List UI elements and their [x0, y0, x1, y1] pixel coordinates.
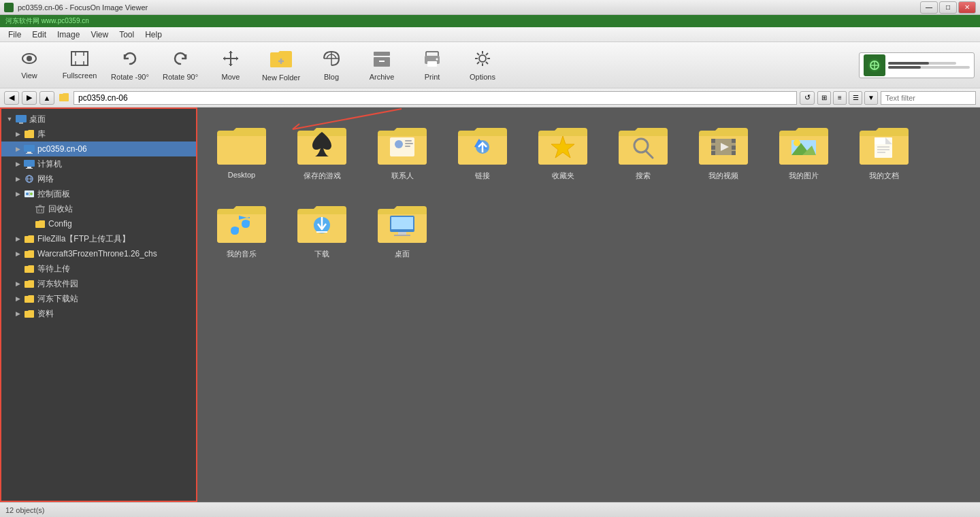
text-filter-input[interactable]	[881, 91, 976, 105]
pc-icon	[23, 143, 35, 155]
sidebar-item-library[interactable]: ▶ 库	[1, 127, 196, 141]
toolbar-rotate-left-button[interactable]: Rotate -90°	[106, 46, 154, 85]
expand-icon-network: ▶	[12, 176, 23, 182]
svg-rect-60	[711, 139, 715, 143]
toolbar-options-button[interactable]: Options	[459, 46, 506, 85]
sidebar-item-network[interactable]: ▶ 网络	[1, 171, 196, 186]
folder-item-desktop2[interactable]: 桌面	[365, 193, 440, 265]
svg-rect-61	[711, 146, 715, 150]
folder-nav-icon	[59, 93, 69, 103]
toolbar-archive-label: Archive	[370, 73, 395, 81]
view-filter-button[interactable]: ▼	[864, 91, 878, 105]
svg-rect-44	[37, 207, 44, 213]
svg-rect-65	[732, 151, 736, 155]
sidebar-item-waiting[interactable]: ▶ 等待上传	[1, 261, 196, 276]
expand-icon-controlpanel: ▶	[12, 190, 23, 197]
sidebar-item-hedong-download[interactable]: ▶ 河东下载站	[1, 291, 196, 306]
nav-forward-button[interactable]: ▶	[22, 91, 37, 105]
folder-item-documents[interactable]: 我的文档	[847, 114, 921, 187]
svg-rect-53	[405, 146, 410, 147]
menu-help[interactable]: Help	[140, 29, 167, 41]
maximize-button[interactable]: □	[939, 1, 957, 14]
menu-tool[interactable]: Tool	[114, 29, 140, 41]
expand-icon-pc0359: ▶	[12, 146, 23, 152]
nav-back-button[interactable]: ◀	[4, 91, 19, 105]
zoom-widget	[859, 52, 975, 78]
menu-bar: File Edit Image View Tool Help	[0, 27, 980, 42]
sidebar-label-controlpanel: 控制面板	[37, 188, 70, 200]
folder-icon-desktop	[214, 120, 269, 168]
network-icon	[23, 173, 35, 185]
folder-item-links[interactable]: 链接	[445, 114, 520, 187]
toolbar-move-label: Move	[222, 73, 240, 81]
toolbar-move-button[interactable]: Move	[207, 46, 255, 85]
folder-label-links: 链接	[475, 171, 490, 181]
view-list-button[interactable]: ≡	[833, 91, 847, 105]
menu-file[interactable]: File	[3, 29, 27, 41]
folder-item-contacts[interactable]: 联系人	[365, 114, 440, 187]
toolbar-view-button[interactable]: View	[5, 46, 53, 85]
sidebar-item-hedong-software[interactable]: ▶ 河东软件园	[1, 276, 196, 291]
zoom-slider2[interactable]	[888, 66, 970, 69]
sidebar-item-desktop[interactable]: ▼ 桌面	[1, 112, 196, 127]
close-button[interactable]: ✕	[958, 1, 976, 14]
sidebar-item-filezilla[interactable]: ▶ FileZilla【FTP上传工具】	[1, 231, 196, 246]
folder-item-search[interactable]: 搜索	[606, 114, 681, 187]
folder-item-favorites[interactable]: 收藏夹	[525, 114, 600, 187]
expand-icon-warcraft: ▶	[12, 250, 23, 257]
sidebar-item-pc0359[interactable]: ▶ pc0359.cn-06	[1, 141, 196, 156]
view-icon	[19, 50, 39, 70]
sidebar-item-warcraft[interactable]: ▶ Warcraft3FrozenThrone1.26_chs	[1, 246, 196, 261]
toolbar-archive-button[interactable]: Archive	[358, 46, 406, 85]
toolbar-fullscreen-button[interactable]: Fullscreen	[56, 46, 103, 85]
address-input[interactable]	[74, 91, 797, 105]
file-browser: Desktop 保存的游戏	[197, 107, 980, 502]
sidebar-label-hedong-software: 河东软件园	[37, 278, 78, 290]
folder-item-saved-games[interactable]: 保存的游戏	[284, 114, 359, 187]
svg-rect-80	[391, 217, 413, 229]
menu-view[interactable]: View	[85, 29, 114, 41]
zoom-slider[interactable]	[888, 62, 956, 65]
title-bar: pc0359.cn-06 - FocusOn Image Viewer — □ …	[0, 0, 980, 15]
folder-item-downloads[interactable]: 下载	[284, 193, 359, 265]
folder-item-music[interactable]: 我的音乐	[204, 193, 279, 265]
svg-point-50	[395, 140, 403, 148]
nav-up-button[interactable]: ▲	[39, 91, 54, 105]
folder-item-desktop[interactable]: Desktop	[204, 114, 279, 187]
status-bar: 12 object(s)	[0, 502, 980, 517]
sidebar-label-waiting: 等待上传	[37, 263, 70, 275]
toolbar-blog-button[interactable]: Blog	[308, 46, 355, 85]
view-detail-button[interactable]: ☰	[849, 91, 862, 105]
sidebar-item-recycle[interactable]: ▶ 回收站	[1, 201, 196, 216]
refresh-button[interactable]: ↺	[800, 91, 815, 105]
address-bar: ◀ ▶ ▲ ↺ ⊞ ≡ ☰ ▼	[0, 88, 980, 107]
folder-item-videos[interactable]: 我的视频	[686, 114, 761, 187]
folder-icon-contacts	[375, 120, 429, 168]
main-area: ▼ 桌面 ▶ 库 ▶ pc0359.cn-06 ▶	[0, 107, 980, 502]
svg-rect-36	[26, 168, 33, 169]
title-bar-left: pc0359.cn-06 - FocusOn Image Viewer	[4, 3, 148, 12]
folder-label-search: 搜索	[636, 171, 651, 181]
folder-label-pictures: 我的图片	[789, 171, 819, 181]
svg-line-23	[486, 53, 488, 55]
toolbar-rotate-right-button[interactable]: Rotate 90°	[157, 46, 204, 85]
menu-edit[interactable]: Edit	[27, 29, 52, 41]
sidebar-item-controlpanel[interactable]: ▶ 控制面板	[1, 186, 196, 201]
toolbar-new-folder-button[interactable]: New Folder	[257, 46, 305, 85]
svg-rect-32	[27, 152, 31, 153]
toolbar-view-label: View	[21, 71, 37, 80]
minimize-button[interactable]: —	[920, 1, 938, 14]
toolbar-fullscreen-label: Fullscreen	[63, 71, 97, 80]
sidebar-item-computer[interactable]: ▶ 计算机	[1, 156, 196, 171]
svg-rect-29	[16, 115, 27, 122]
menu-image[interactable]: Image	[52, 29, 85, 41]
sidebar-label-hedong-download: 河东下载站	[37, 293, 78, 305]
folder-icon-saved-games	[295, 120, 349, 168]
config-folder-icon	[34, 218, 46, 230]
sidebar-item-config[interactable]: ▶ Config	[1, 216, 196, 231]
view-grid-button[interactable]: ⊞	[817, 91, 831, 105]
folder-item-pictures[interactable]: 我的图片	[766, 114, 841, 187]
sidebar-item-material[interactable]: ▶ 资料	[1, 306, 196, 321]
sidebar-label-recycle: 回收站	[48, 203, 73, 215]
toolbar-print-button[interactable]: Print	[408, 46, 456, 85]
